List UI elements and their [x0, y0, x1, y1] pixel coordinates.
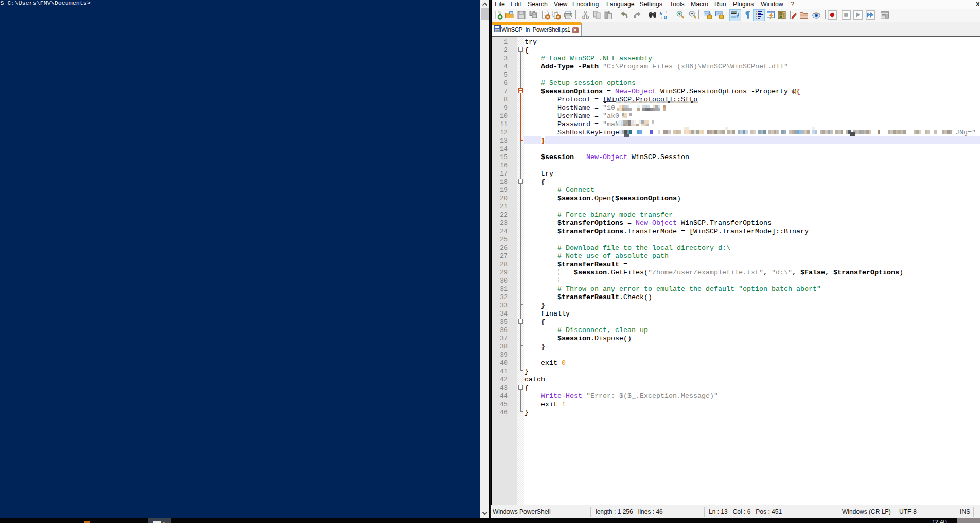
svg-text:b: b: [660, 10, 663, 16]
svg-text:a: a: [664, 13, 667, 20]
